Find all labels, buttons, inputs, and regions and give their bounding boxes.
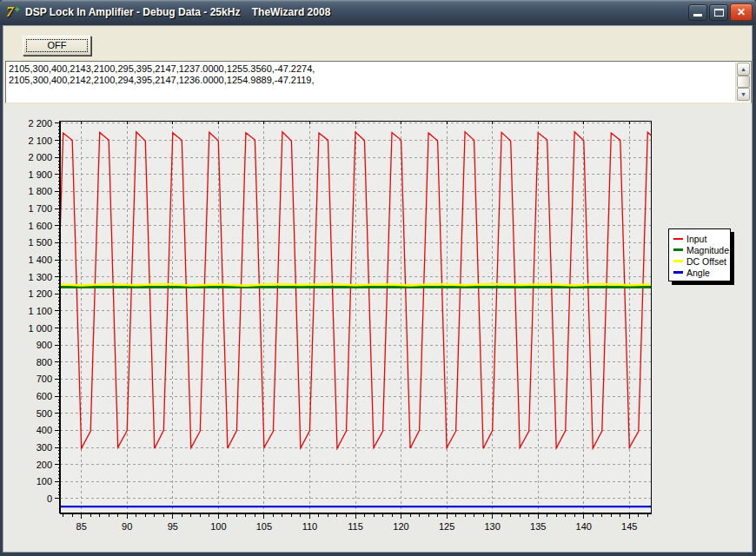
svg-text:1 600: 1 600 [28,221,52,231]
svg-text:800: 800 [36,357,52,367]
debug-data-textbox[interactable]: 2105,300,400,2143,2100,295,395,2147,1237… [5,61,752,103]
svg-text:110: 110 [302,521,318,532]
svg-text:1 300: 1 300 [28,272,52,282]
legend-label: Input [686,234,706,244]
svg-text:105: 105 [256,521,272,532]
series-dc-offset [60,284,651,286]
svg-text:2 200: 2 200 [28,118,52,129]
close-icon: ✕ [737,6,746,18]
svg-text:1 500: 1 500 [28,237,52,248]
svg-text:95: 95 [168,521,178,532]
svg-text:130: 130 [484,521,500,532]
svg-text:0: 0 [47,493,52,504]
debug-line: 2105,300,400,2143,2100,295,395,2147,1237… [9,63,733,75]
svg-text:2 100: 2 100 [28,136,52,146]
svg-text:1 100: 1 100 [28,306,52,316]
legend-swatch-icon [673,248,683,251]
maximize-icon [714,9,724,17]
svg-text:100: 100 [36,476,52,486]
svg-text:120: 120 [393,521,408,532]
chart-legend: InputMagnitudeDC OffsetAngle [668,228,731,281]
x-axis-labels: 859095100105110115120125130135140145 [76,521,638,532]
app-window: 7✦ DSP Lock In Amplifier - Debug Data - … [0,0,756,556]
legend-label: Magnitude [686,245,729,255]
scroll-up-button[interactable]: ▲ [737,63,750,76]
svg-text:1 900: 1 900 [28,169,52,180]
arrow-down-icon: ▼ [740,91,746,97]
svg-text:100: 100 [210,521,226,532]
legend-swatch-icon [673,271,683,274]
scroll-down-button[interactable]: ▼ [737,88,750,101]
svg-text:400: 400 [36,425,52,435]
off-button[interactable]: OFF [23,36,91,56]
legend-item: Magnitude [673,244,726,255]
close-button[interactable]: ✕ [730,3,753,21]
svg-text:135: 135 [530,521,546,532]
title-bar[interactable]: 7✦ DSP Lock In Amplifier - Debug Data - … [0,0,756,25]
svg-text:115: 115 [348,521,363,532]
svg-text:900: 900 [36,340,52,350]
scrollbar-thumb[interactable] [737,76,750,88]
svg-text:85: 85 [76,521,87,532]
spark-icon: ✦ [14,1,21,18]
svg-text:1 200: 1 200 [28,288,52,299]
svg-text:200: 200 [36,460,52,470]
chart: 01002003004005006007008009001 0001 1001 … [3,106,753,553]
svg-text:500: 500 [36,408,52,419]
svg-text:1 000: 1 000 [28,323,52,334]
window-title: DSP Lock In Amplifier - Debug Data - 25k… [25,0,330,25]
svg-text:1 400: 1 400 [28,255,52,265]
svg-text:90: 90 [122,521,132,532]
legend-swatch-icon [673,238,683,240]
legend-item: Angle [673,267,726,278]
legend-label: Angle [686,268,710,278]
arrow-up-icon: ▲ [740,66,746,72]
window-content: OFF 2105,300,400,2143,2100,295,395,2147,… [3,25,753,553]
debug-line: 2105,300,400,2142,2100,294,395,2147,1236… [9,75,733,86]
wizard-7-icon: 7✦ [6,3,23,21]
debug-data-lines: 2105,300,400,2143,2100,295,395,2147,1237… [9,63,733,86]
svg-text:600: 600 [36,391,52,401]
svg-text:145: 145 [621,521,637,532]
svg-text:1 700: 1 700 [28,203,52,214]
legend-swatch-icon [673,260,683,262]
svg-text:700: 700 [36,374,52,384]
off-button-label: OFF [48,40,67,50]
legend-item: Input [673,233,726,244]
minimize-icon [693,14,702,17]
vertical-scrollbar[interactable]: ▲ ▼ [735,63,750,102]
svg-text:125: 125 [439,521,454,532]
svg-text:1 800: 1 800 [28,186,52,196]
svg-text:300: 300 [36,442,52,453]
svg-text:140: 140 [576,521,592,532]
legend-item: DC Offset [673,255,726,267]
minimize-button[interactable] [688,4,707,21]
svg-text:2 000: 2 000 [28,152,52,162]
chart-canvas: 01002003004005006007008009001 0001 1001 … [3,106,753,553]
maximize-button[interactable] [709,4,728,21]
y-axis-labels: 01002003004005006007008009001 0001 1001 … [28,118,52,504]
legend-label: DC Offset [686,256,726,267]
